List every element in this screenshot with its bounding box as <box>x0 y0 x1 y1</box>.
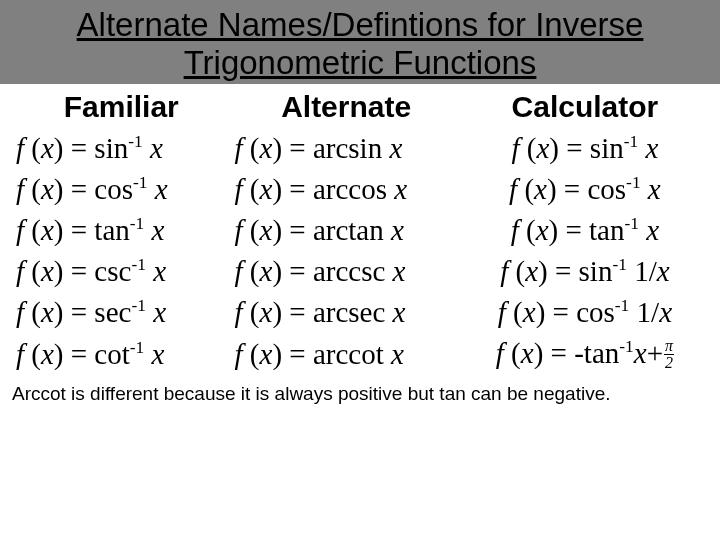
footnote: Arccot is different because it is always… <box>0 377 720 405</box>
table-row: f (x) = tan-1 xf (x) = arctan xf (x) = t… <box>14 210 706 251</box>
cell-familiar: f (x) = sin-1 x <box>14 128 229 169</box>
cell-alternate: f (x) = arccot x <box>229 333 464 377</box>
cell-alternate: f (x) = arcsec x <box>229 292 464 333</box>
cell-calculator: f (x) = -tan-1x+π2 <box>464 333 706 377</box>
table-row: f (x) = cot-1 xf (x) = arccot xf (x) = -… <box>14 333 706 377</box>
header-familiar: Familiar <box>14 84 229 128</box>
cell-alternate: f (x) = arctan x <box>229 210 464 251</box>
title-band: Alternate Names/Defintions for Inverse T… <box>0 0 720 84</box>
content-area: Familiar Alternate Calculator f (x) = si… <box>0 84 720 377</box>
cell-alternate: f (x) = arccsc x <box>229 251 464 292</box>
table-row: f (x) = sin-1 xf (x) = arcsin xf (x) = s… <box>14 128 706 169</box>
page-title: Alternate Names/Defintions for Inverse T… <box>0 6 720 82</box>
cell-familiar: f (x) = tan-1 x <box>14 210 229 251</box>
cell-calculator: f (x) = cos-1 x <box>464 169 706 210</box>
cell-calculator: f (x) = sin-1 x <box>464 128 706 169</box>
table-row: f (x) = csc-1 xf (x) = arccsc xf (x) = s… <box>14 251 706 292</box>
header-calculator: Calculator <box>464 84 706 128</box>
table-row: f (x) = sec-1 xf (x) = arcsec xf (x) = c… <box>14 292 706 333</box>
functions-table: Familiar Alternate Calculator f (x) = si… <box>14 84 706 377</box>
cell-familiar: f (x) = cot-1 x <box>14 333 229 377</box>
cell-familiar: f (x) = csc-1 x <box>14 251 229 292</box>
table-row: f (x) = cos-1 xf (x) = arccos xf (x) = c… <box>14 169 706 210</box>
cell-familiar: f (x) = cos-1 x <box>14 169 229 210</box>
table-header-row: Familiar Alternate Calculator <box>14 84 706 128</box>
cell-calculator: f (x) = sin-1 1/x <box>464 251 706 292</box>
cell-alternate: f (x) = arccos x <box>229 169 464 210</box>
fraction-pi-over-2: π2 <box>664 338 674 371</box>
cell-familiar: f (x) = sec-1 x <box>14 292 229 333</box>
cell-alternate: f (x) = arcsin x <box>229 128 464 169</box>
header-alternate: Alternate <box>229 84 464 128</box>
cell-calculator: f (x) = cos-1 1/x <box>464 292 706 333</box>
cell-calculator: f (x) = tan-1 x <box>464 210 706 251</box>
